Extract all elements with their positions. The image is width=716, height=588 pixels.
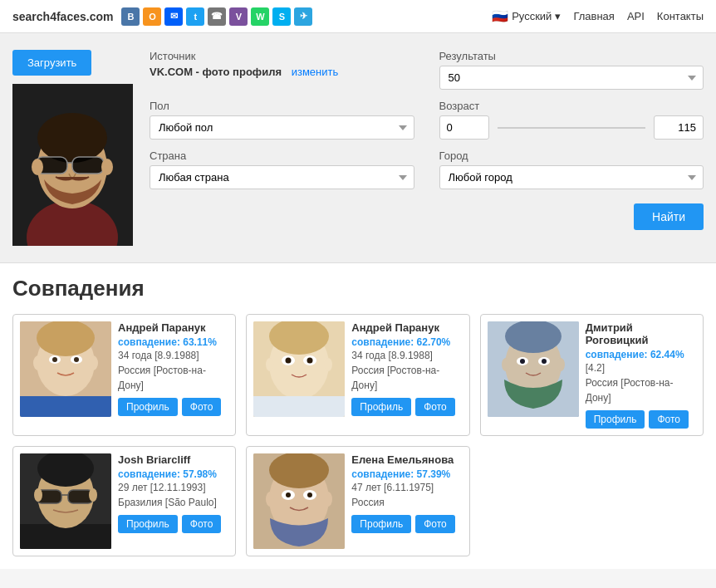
lang-label: Русский	[512, 10, 552, 22]
skype-icon[interactable]: S	[272, 7, 291, 26]
phone-icon[interactable]: ☎	[208, 7, 226, 26]
photo-btn-4[interactable]: Фото	[182, 515, 222, 533]
svg-point-18	[74, 357, 79, 362]
result-actions-2: Профиль Фото	[351, 398, 462, 416]
result-actions-3: Профиль Фото	[586, 410, 696, 429]
svg-point-34	[557, 358, 565, 371]
upload-button[interactable]: Загрузить	[12, 50, 91, 76]
ok-icon[interactable]: О	[143, 7, 161, 26]
result-detail-5: 47 лет [6.11.1975] Россия	[351, 480, 462, 510]
result-card-5: Елена Емельянова совпадение: 57.39% 47 л…	[246, 446, 469, 556]
source-value: VK.COM - фото профиля	[150, 66, 282, 78]
result-detail-1: 34 года [8.9.1988] Россия [Ростов-на-Дон…	[118, 348, 228, 393]
vk-icon[interactable]: В	[121, 7, 140, 26]
svg-point-51	[266, 492, 274, 507]
source-change-link[interactable]: изменить	[292, 66, 339, 78]
results-section: Совпадения Анд	[0, 263, 716, 569]
profile-btn-5[interactable]: Профиль	[351, 515, 411, 533]
result-actions-5: Профиль Фото	[351, 515, 462, 533]
svg-point-8	[32, 159, 43, 175]
city-group: Город Любой город	[439, 149, 704, 189]
lang-dropdown-icon: ▾	[555, 10, 561, 22]
whatsapp-icon[interactable]: W	[251, 7, 269, 26]
nav-api[interactable]: API	[627, 10, 645, 22]
social-icons: В О ✉ t ☎ V W S ✈	[121, 7, 312, 26]
photo-btn-2[interactable]: Фото	[415, 398, 455, 416]
result-detail-2: 34 года [8.9.1988] Россия [Ростов-на-Дон…	[351, 348, 462, 393]
profile-btn-4[interactable]: Профиль	[118, 515, 178, 533]
result-photo-3	[488, 321, 579, 417]
svg-point-28	[307, 358, 313, 364]
result-name-4: Josh Briarcliff	[118, 453, 228, 466]
svg-point-37	[520, 359, 525, 364]
preview-image	[12, 84, 133, 246]
profile-btn-3[interactable]: Профиль	[586, 410, 645, 429]
photo-btn-3[interactable]: Фото	[649, 410, 689, 429]
age-slider	[498, 127, 646, 129]
gender-group: Пол Любой пол	[150, 100, 414, 140]
upload-section: Загрузить	[0, 33, 716, 263]
result-card-1: Андрей Паранук совпадение: 63.11% 34 год…	[12, 314, 236, 436]
result-photo-2	[253, 321, 345, 417]
svg-point-33	[502, 358, 510, 371]
svg-point-12	[37, 321, 95, 356]
result-name-3: Дмитрий Роговицкий	[586, 321, 696, 346]
svg-point-27	[286, 358, 292, 364]
result-photo-5	[253, 453, 345, 549]
header-nav: 🇷🇺 Русский ▾ Главная API Контакты	[492, 8, 704, 24]
result-name-2: Андрей Паранук	[351, 321, 462, 334]
profile-btn-2[interactable]: Профиль	[351, 398, 411, 416]
svg-rect-6	[72, 157, 104, 174]
source-group: Источник VK.COM - фото профиля изменить	[150, 50, 414, 90]
photo-preview	[12, 84, 133, 246]
result-match-2: совпадение: 62.70%	[351, 336, 462, 348]
profile-btn-1[interactable]: Профиль	[118, 398, 178, 416]
gender-select[interactable]: Любой пол	[150, 115, 414, 140]
age-min-input[interactable]	[439, 115, 489, 140]
twitter-icon[interactable]: t	[186, 7, 204, 26]
svg-point-56	[307, 492, 312, 497]
face-svg-1	[20, 321, 111, 417]
form-area: Источник VK.COM - фото профиля изменить …	[150, 50, 704, 246]
result-match-3: совпадение: 62.44%	[586, 349, 696, 360]
svg-rect-19	[20, 396, 111, 417]
results-label: Результаты	[439, 50, 704, 62]
svg-rect-29	[253, 396, 345, 417]
result-match-1: совпадение: 63.11%	[118, 336, 228, 348]
result-card-3: Дмитрий Роговицкий совпадение: 62.44% [4…	[480, 314, 704, 436]
photo-btn-1[interactable]: Фото	[182, 398, 222, 416]
results-grid-top: Андрей Паранук совпадение: 63.11% 34 год…	[12, 314, 704, 436]
face-svg-5	[253, 453, 345, 549]
nav-contacts[interactable]: Контакты	[657, 10, 704, 22]
age-max-input[interactable]	[654, 115, 704, 140]
svg-point-46	[34, 488, 42, 502]
result-detail-4: 29 лет [12.11.1993] Бразилия [São Paulo]	[118, 480, 228, 510]
upload-left: Загрузить	[12, 50, 133, 246]
gender-label: Пол	[150, 100, 414, 112]
photo-btn-5[interactable]: Фото	[415, 515, 455, 533]
mail-icon[interactable]: ✉	[164, 7, 183, 26]
viber-icon[interactable]: V	[229, 7, 248, 26]
result-info-2: Андрей Паранук совпадение: 62.70% 34 год…	[351, 321, 462, 416]
city-select[interactable]: Любой город	[439, 165, 704, 189]
svg-point-13	[33, 355, 43, 370]
svg-point-38	[542, 359, 547, 364]
find-button[interactable]: Найти	[634, 203, 704, 230]
svg-point-17	[52, 357, 57, 362]
face-svg-2	[253, 321, 345, 417]
results-title: Совпадения	[12, 276, 704, 301]
svg-point-52	[324, 492, 332, 507]
country-select[interactable]: Любая страна	[150, 165, 414, 189]
result-card-4: Josh Briarcliff совпадение: 57.98% 29 ле…	[12, 446, 236, 556]
svg-point-9	[101, 159, 113, 175]
result-match-5: совпадение: 57.39%	[351, 468, 462, 480]
language-selector[interactable]: 🇷🇺 Русский ▾	[492, 8, 561, 24]
svg-point-4	[37, 113, 107, 163]
nav-home[interactable]: Главная	[573, 10, 614, 22]
results-select[interactable]: 50	[439, 66, 704, 90]
city-label: Город	[439, 149, 704, 162]
telegram-icon[interactable]: ✈	[294, 7, 312, 26]
face-svg-3	[488, 321, 579, 417]
country-label: Страна	[150, 149, 414, 162]
svg-point-47	[89, 488, 97, 502]
